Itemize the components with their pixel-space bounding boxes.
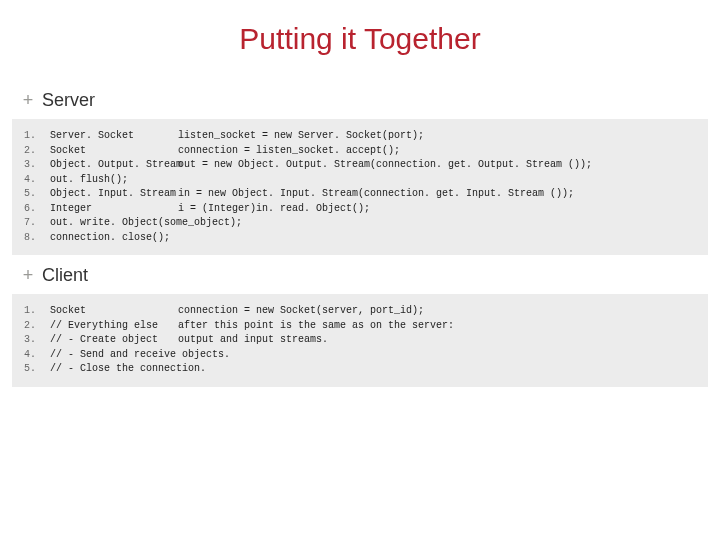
code-line: 3.Object. Output. Streamout = new Object… xyxy=(24,158,696,173)
code-line: 7.out. write. Object(some_object); xyxy=(24,216,696,231)
code-block-server: 1.Server. Socketlisten_socket = new Serv… xyxy=(12,119,708,255)
code-col2: listen_socket = new Server. Socket(port)… xyxy=(178,129,424,144)
code-line: 6.Integeri = (Integer)in. read. Object()… xyxy=(24,202,696,217)
code-line: 2.Socketconnection = listen_socket. acce… xyxy=(24,144,696,159)
line-number: 8. xyxy=(24,231,50,246)
line-number: 3. xyxy=(24,158,50,173)
code-line: 3.// - Create objectoutput and input str… xyxy=(24,333,696,348)
line-number: 3. xyxy=(24,333,50,348)
bullet-icon: + xyxy=(22,90,34,111)
code-col2: output and input streams. xyxy=(178,333,328,348)
code-text: out. flush(); xyxy=(50,173,128,188)
code-text: // - Send and receive objects. xyxy=(50,348,230,363)
code-col1: Object. Input. Stream xyxy=(50,187,178,202)
section-header-client: + Client xyxy=(0,265,720,286)
code-line: 8.connection. close(); xyxy=(24,231,696,246)
code-col2: in = new Object. Input. Stream(connectio… xyxy=(178,187,574,202)
code-col1: // - Create object xyxy=(50,333,178,348)
line-number: 5. xyxy=(24,362,50,377)
line-number: 2. xyxy=(24,144,50,159)
code-col1: Socket xyxy=(50,304,178,319)
code-col2: i = (Integer)in. read. Object(); xyxy=(178,202,370,217)
line-number: 2. xyxy=(24,319,50,334)
code-line: 4.// - Send and receive objects. xyxy=(24,348,696,363)
line-number: 6. xyxy=(24,202,50,217)
code-line: 5.// - Close the connection. xyxy=(24,362,696,377)
line-number: 1. xyxy=(24,129,50,144)
code-text: out. write. Object(some_object); xyxy=(50,216,242,231)
code-col1: Socket xyxy=(50,144,178,159)
code-line: 5.Object. Input. Streamin = new Object. … xyxy=(24,187,696,202)
section-label-server: Server xyxy=(42,90,95,111)
code-col1: Integer xyxy=(50,202,178,217)
slide-title: Putting it Together xyxy=(0,0,720,84)
code-col1: // Everything else xyxy=(50,319,178,334)
code-line: 1.Server. Socketlisten_socket = new Serv… xyxy=(24,129,696,144)
code-line: 1.Socketconnection = new Socket(server, … xyxy=(24,304,696,319)
line-number: 4. xyxy=(24,173,50,188)
code-line: 2.// Everything elseafter this point is … xyxy=(24,319,696,334)
code-block-client: 1.Socketconnection = new Socket(server, … xyxy=(12,294,708,387)
code-col1: Object. Output. Stream xyxy=(50,158,178,173)
code-col2: connection = listen_socket. accept(); xyxy=(178,144,400,159)
code-line: 4.out. flush(); xyxy=(24,173,696,188)
section-label-client: Client xyxy=(42,265,88,286)
code-col2: after this point is the same as on the s… xyxy=(178,319,454,334)
code-col1: Server. Socket xyxy=(50,129,178,144)
section-header-server: + Server xyxy=(0,90,720,111)
bullet-icon: + xyxy=(22,265,34,286)
line-number: 5. xyxy=(24,187,50,202)
code-col2: connection = new Socket(server, port_id)… xyxy=(178,304,424,319)
code-col2: out = new Object. Output. Stream(connect… xyxy=(178,158,592,173)
line-number: 4. xyxy=(24,348,50,363)
line-number: 1. xyxy=(24,304,50,319)
code-text: // - Close the connection. xyxy=(50,362,206,377)
code-text: connection. close(); xyxy=(50,231,170,246)
line-number: 7. xyxy=(24,216,50,231)
